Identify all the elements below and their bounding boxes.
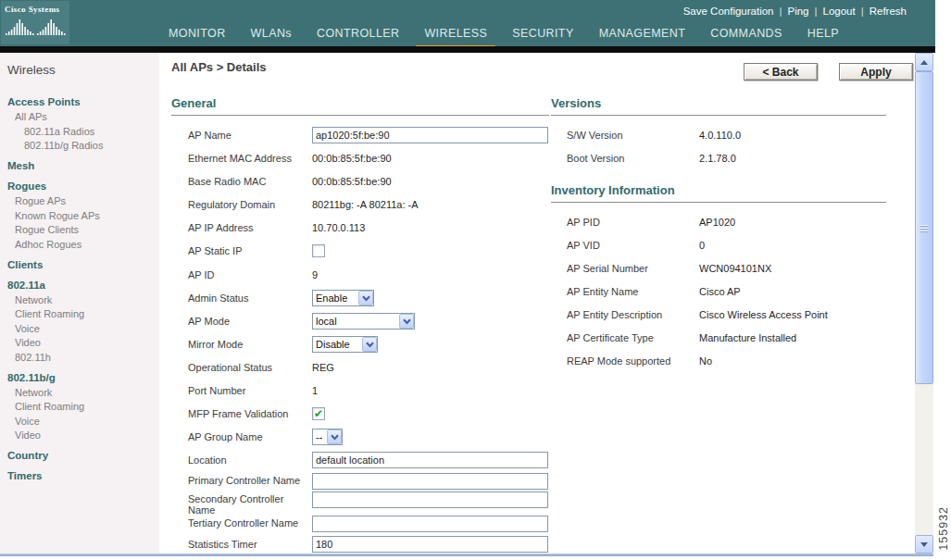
sidebar-item-voice[interactable]: Voice — [15, 323, 159, 334]
field-label-s-w-version: S/W Version — [567, 130, 699, 141]
field-label-boot-version: Boot Version — [567, 153, 699, 164]
sidebar-item-voice[interactable]: Voice — [15, 416, 159, 427]
sidebar-item-video[interactable]: Video — [15, 337, 159, 348]
field-row-reap-mode-supported: REAP Mode supportedNo — [551, 353, 886, 369]
nav-tab-wlans[interactable]: WLANs — [251, 27, 292, 40]
field-label-tertiary-controller-name: Tertiary Controller Name — [188, 517, 312, 529]
sidebar-item-network[interactable]: Network — [15, 387, 159, 398]
field-row-ap-certificate-type: AP Certificate TypeManufacture Installed — [551, 330, 886, 346]
field-row-ap-entity-description: AP Entity DescriptionCisco Wireless Acce… — [551, 306, 886, 323]
sidebar-item-video[interactable]: Video — [15, 429, 159, 441]
link-refresh[interactable]: Refresh — [870, 6, 907, 17]
field-row-ap-vid: AP VID0 — [551, 237, 886, 254]
sidebar-item-mesh[interactable]: Mesh — [7, 160, 159, 171]
sidebar-item-rogues[interactable]: Rogues — [7, 180, 159, 192]
field-label-ap-pid: AP PID — [567, 217, 699, 228]
field-label-ap-certificate-type: AP Certificate Type — [567, 332, 699, 343]
field-row-ap-mode: AP Modelocal — [171, 313, 549, 330]
field-label-admin-status: Admin Status — [188, 292, 312, 304]
nav-tab-controller[interactable]: CONTROLLER — [317, 27, 399, 40]
link-separator: | — [815, 6, 818, 17]
scroll-up-button[interactable] — [915, 53, 933, 71]
app-header: Cisco Systems Save Configuration|Ping|Lo… — [0, 0, 935, 46]
primary-controller-name-input[interactable] — [312, 473, 548, 490]
ap-static-ip-checkbox[interactable] — [312, 244, 325, 257]
chevron-down-icon — [327, 429, 342, 444]
statistics-timer-input[interactable] — [312, 536, 548, 553]
sidebar-item-known-rogue-aps[interactable]: Known Rogue APs — [15, 210, 159, 221]
nav-tab-help[interactable]: HELP — [807, 27, 839, 40]
sidebar-item-802-11a[interactable]: 802.11a — [7, 280, 159, 291]
apply-button[interactable]: Apply — [839, 63, 913, 81]
field-label-base-radio-mac: Base Radio MAC — [188, 176, 312, 187]
ap-id-value: 9 — [312, 269, 318, 280]
nav-tab-management[interactable]: MANAGEMENT — [599, 27, 686, 40]
sidebar-item-client-roaming[interactable]: Client Roaming — [15, 401, 159, 412]
field-row-tertiary-controller-name: Tertiary Controller Name — [171, 517, 549, 534]
ap-ip-address-value: 10.70.0.113 — [312, 222, 365, 233]
sidebar-item-country[interactable]: Country — [7, 450, 159, 461]
arrow-down-icon — [920, 542, 928, 547]
admin-status-select[interactable]: Enable — [312, 290, 374, 306]
sidebar-item-rogue-aps[interactable]: Rogue APs — [15, 195, 159, 206]
location-input[interactable] — [312, 452, 548, 468]
mirror-mode-select[interactable]: Disable — [312, 336, 378, 353]
nav-tab-monitor[interactable]: MONITOR — [169, 27, 226, 40]
back-button[interactable]: < Back — [744, 63, 818, 81]
sidebar-item-access-points[interactable]: Access Points — [7, 96, 159, 107]
cisco-logo-text: Cisco Systems — [5, 5, 67, 14]
field-label-ap-ip-address: AP IP Address — [188, 222, 312, 233]
field-row-regulatory-domain: Regulatory Domain80211bg: -A 80211a: -A — [171, 196, 549, 213]
field-row-ap-static-ip: AP Static IP — [171, 243, 549, 259]
ap-mode-select[interactable]: local — [312, 313, 415, 330]
versions-section-title: Versions — [551, 96, 886, 116]
sidebar-item-clients[interactable]: Clients — [7, 259, 159, 270]
sidebar-item-client-roaming[interactable]: Client Roaming — [15, 308, 159, 319]
mfp-frame-validation-checkbox[interactable]: ✔ — [312, 407, 325, 420]
nav-tab-security[interactable]: SECURITY — [512, 27, 573, 40]
sidebar-item-802-11b-g[interactable]: 802.11b/g — [7, 372, 159, 383]
ap-group-name-select[interactable]: -- — [312, 429, 343, 445]
chevron-down-icon — [358, 291, 373, 305]
figure-number: 155932 — [937, 506, 950, 551]
ap-name-input[interactable] — [312, 127, 548, 143]
sidebar-item-adhoc-rogues[interactable]: Adhoc Rogues — [15, 239, 159, 250]
check-icon: ✔ — [314, 408, 323, 419]
field-label-ap-entity-name: AP Entity Name — [567, 286, 699, 297]
sidebar-item-802-11b-g-radios[interactable]: 802.11b/g Radios — [24, 140, 159, 151]
secondary-controller-name-input[interactable] — [312, 492, 548, 508]
sidebar-title: Wireless — [7, 63, 159, 77]
field-label-ap-static-ip: AP Static IP — [188, 245, 312, 256]
sidebar-item-network[interactable]: Network — [15, 294, 159, 305]
link-separator: | — [780, 6, 782, 17]
link-save-configuration[interactable]: Save Configuration — [683, 6, 774, 17]
field-row-ap-name: AP Name — [171, 127, 549, 143]
breadcrumb: All APs > Details — [171, 60, 266, 74]
sidebar-item-rogue-clients[interactable]: Rogue Clients — [15, 224, 159, 235]
sidebar-item-all-aps[interactable]: All APs — [15, 111, 159, 122]
nav-tab-commands[interactable]: COMMANDS — [710, 27, 782, 40]
field-row-ethernet-mac-address: Ethernet MAC Address00:0b:85:5f:be:90 — [171, 150, 549, 167]
scroll-down-button[interactable] — [915, 535, 933, 554]
right-column: Versions S/W Version4.0.110.0Boot Versio… — [551, 96, 886, 376]
sidebar-item-802-11a-radios[interactable]: 802.11a Radios — [24, 126, 159, 137]
field-label-ethernet-mac-address: Ethernet MAC Address — [188, 153, 312, 164]
field-label-ap-vid: AP VID — [567, 240, 699, 251]
nav-underline-strip — [0, 46, 935, 53]
link-ping[interactable]: Ping — [788, 6, 809, 17]
tertiary-controller-name-input[interactable] — [312, 516, 548, 532]
link-logout[interactable]: Logout — [823, 6, 856, 17]
field-label-regulatory-domain: Regulatory Domain — [188, 199, 312, 210]
sidebar-item-timers[interactable]: Timers — [7, 470, 159, 481]
ap-entity-description-value: Cisco Wireless Access Point — [699, 309, 828, 320]
nav-tab-wireless[interactable]: WIRELESS — [424, 27, 487, 40]
select-value: -- — [313, 431, 322, 442]
operational-status-value: REG — [312, 362, 334, 373]
field-label-secondary-controller-name: Secondary Controller Name — [188, 493, 312, 516]
field-row-ap-entity-name: AP Entity NameCisco AP — [551, 283, 886, 300]
scroll-thumb[interactable] — [915, 71, 933, 384]
general-fields: AP NameEthernet MAC Address00:0b:85:5f:b… — [171, 127, 549, 553]
field-row-s-w-version: S/W Version4.0.110.0 — [551, 127, 886, 143]
sidebar-item-802-11h[interactable]: 802.11h — [15, 352, 159, 363]
field-label-ap-id: AP ID — [188, 269, 312, 280]
